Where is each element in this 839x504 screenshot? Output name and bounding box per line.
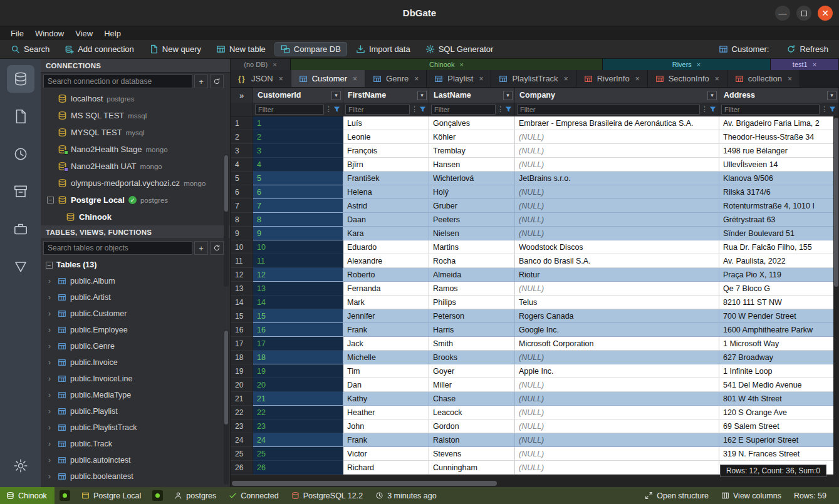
sidebar-table-item[interactable]: › public.MediaType	[41, 387, 230, 403]
cell-lastname[interactable]: Harris	[429, 323, 515, 337]
row-number[interactable]: 11	[231, 254, 253, 268]
cell-customerid[interactable]: 17	[253, 337, 343, 351]
funnel-filter-icon[interactable]	[504, 105, 513, 113]
row-number[interactable]: 8	[231, 213, 253, 227]
close-icon[interactable]: ×	[414, 75, 419, 83]
funnel-filter-icon[interactable]	[333, 105, 341, 113]
cell-firstname[interactable]: Richard	[343, 461, 429, 475]
kebab-menu-icon[interactable]: ⋮	[497, 105, 503, 113]
tables-search-input[interactable]	[43, 241, 192, 255]
cell-company[interactable]: (NULL)	[515, 130, 719, 144]
filter-input[interactable]: Filter	[345, 105, 410, 115]
sidebar-table-item[interactable]: › public.Employee	[41, 322, 230, 338]
cell-lastname[interactable]: Leacock	[429, 406, 515, 419]
cell-address[interactable]: 1 Microsoft Way	[719, 337, 839, 351]
cell-lastname[interactable]: Hansen	[429, 158, 515, 172]
cell-customerid[interactable]: 4	[253, 158, 343, 172]
table-row[interactable]: 18 18 Michelle Brooks (NULL) 627 Broadwa…	[231, 351, 839, 364]
table-row[interactable]: 21 21 Kathy Chase (NULL) 801 W 4th Stree…	[231, 392, 839, 406]
funnel-filter-icon[interactable]	[828, 105, 836, 113]
cell-company[interactable]: Banco do Brasil S.A.	[515, 254, 719, 268]
cell-company[interactable]: Embraer - Empresa Brasileira de Aeronáut…	[515, 116, 719, 130]
column-dropdown-icon[interactable]: ▾	[503, 91, 513, 100]
menu-item[interactable]: Window	[29, 26, 70, 40]
close-icon[interactable]: ×	[459, 61, 463, 68]
table-row[interactable]: 20 20 Dan Miller (NULL) 541 Del Medio Av…	[231, 378, 839, 392]
cell-company[interactable]: (NULL)	[515, 282, 719, 296]
row-number[interactable]: 22	[231, 406, 253, 419]
table-row[interactable]: 3 3 François Tremblay (NULL) 1498 rue Bé…	[231, 144, 839, 158]
cell-company[interactable]: (NULL)	[515, 419, 719, 433]
cell-lastname[interactable]: Smith	[429, 337, 515, 351]
cell-firstname[interactable]: Jennifer	[343, 309, 429, 323]
cell-address[interactable]: 1498 rue Bélanger	[719, 144, 839, 158]
row-number[interactable]: 6	[231, 185, 253, 199]
sidebar-table-item[interactable]: › public.Genre	[41, 338, 230, 354]
connection-item[interactable]: − olympus-medportal.vychozi.cz ✓ mongo	[41, 175, 230, 192]
sidebar-table-item[interactable]: › public.PlaylistTrack	[41, 419, 230, 436]
column-dropdown-icon[interactable]: ▾	[417, 91, 427, 100]
cell-company[interactable]: Google Inc.	[515, 323, 719, 337]
cell-firstname[interactable]: Victor	[343, 447, 429, 461]
row-number[interactable]: 26	[231, 461, 253, 475]
connection-item[interactable]: − MYSQL TEST ✓ mysql	[41, 124, 230, 141]
funnel-filter-icon[interactable]	[709, 105, 717, 113]
cell-customerid[interactable]: 3	[253, 144, 343, 158]
cell-lastname[interactable]: Philips	[429, 296, 515, 309]
row-number[interactable]: 15	[231, 309, 253, 323]
column-dropdown-icon[interactable]: ▾	[827, 91, 836, 100]
column-dropdown-icon[interactable]: ▾	[707, 91, 717, 100]
collapse-icon[interactable]: −	[46, 262, 53, 269]
row-number[interactable]: 1	[231, 116, 253, 130]
cell-customerid[interactable]: 12	[253, 268, 343, 282]
funnel-filter-icon[interactable]	[419, 105, 427, 113]
cell-lastname[interactable]: Martins	[429, 240, 515, 254]
cell-company[interactable]: (NULL)	[515, 392, 719, 406]
row-number[interactable]: 13	[231, 282, 253, 296]
cell-firstname[interactable]: Fernanda	[343, 282, 429, 296]
close-icon[interactable]: ×	[273, 61, 276, 68]
chevron-right-icon[interactable]: ›	[48, 374, 54, 383]
row-number[interactable]: 20	[231, 378, 253, 392]
chevron-right-icon[interactable]: ›	[48, 293, 54, 302]
row-number[interactable]: 21	[231, 392, 253, 406]
filter-input[interactable]: Filter	[431, 105, 496, 115]
file-tab[interactable]: Customer ×	[291, 70, 365, 87]
cell-lastname[interactable]: Peeters	[429, 213, 515, 227]
cell-lastname[interactable]: Almeida	[429, 268, 515, 282]
connection-item[interactable]: − Nano2Health UAT ✓ mongo	[41, 158, 230, 175]
cell-firstname[interactable]: Mark	[343, 296, 429, 309]
table-row[interactable]: 15 15 Jennifer Peterson Rogers Canada 70…	[231, 309, 839, 323]
cell-address[interactable]: 8210 111 ST NW	[719, 296, 839, 309]
cell-lastname[interactable]: Brooks	[429, 351, 515, 364]
cell-company[interactable]: Riotur	[515, 268, 719, 282]
cell-lastname[interactable]: Rocha	[429, 254, 515, 268]
cell-customerid[interactable]: 2	[253, 130, 343, 144]
kebab-menu-icon[interactable]: ⋮	[411, 105, 417, 113]
column-dropdown-icon[interactable]: ▾	[331, 91, 341, 100]
titlebar[interactable]: DbGate — ✕	[0, 0, 839, 26]
toolbar-button[interactable]: Compare DB	[275, 43, 347, 56]
cell-customerid[interactable]: 23	[253, 419, 343, 433]
column-header[interactable]: FirstName ▾	[343, 88, 429, 103]
cell-address[interactable]: 1 Infinite Loop	[719, 364, 839, 378]
table-row[interactable]: 1 1 Luís Gonçalves Embraer - Empresa Bra…	[231, 116, 839, 130]
sidebar-table-item[interactable]: › public.Track	[41, 436, 230, 452]
table-row[interactable]: 7 7 Astrid Gruber (NULL) Rotenturmstraße…	[231, 199, 839, 213]
cell-address[interactable]: 162 E Superior Street	[719, 433, 839, 447]
cell-customerid[interactable]: 1	[253, 116, 343, 130]
filter-input[interactable]: Filter	[255, 105, 324, 115]
cell-company[interactable]: Rogers Canada	[515, 309, 719, 323]
cell-address[interactable]: 541 Del Medio Avenue	[719, 378, 839, 392]
cell-address[interactable]: UllevÍlsveien 14	[719, 158, 839, 172]
cell-lastname[interactable]: Cunningham	[429, 461, 515, 475]
column-header[interactable]: CustomerId ▾	[253, 88, 343, 103]
toolbar-button[interactable]: Import data	[350, 43, 416, 56]
row-number[interactable]: 4	[231, 158, 253, 172]
cell-customerid[interactable]: 18	[253, 351, 343, 364]
cell-firstname[interactable]: Kathy	[343, 392, 429, 406]
cell-address[interactable]: Praça Pio X, 119	[719, 268, 839, 282]
filter-input[interactable]: Filter	[721, 105, 820, 115]
horizontal-scrollbar[interactable]	[231, 480, 833, 487]
cell-address[interactable]: Theodor-Heuss-Straße 34	[719, 130, 839, 144]
